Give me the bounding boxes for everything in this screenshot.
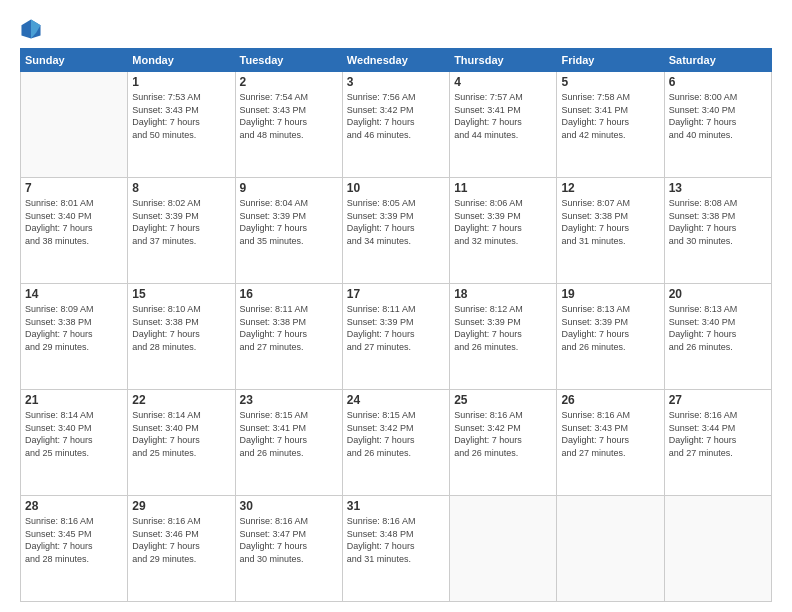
day-number: 30 (240, 499, 338, 513)
calendar-day-cell: 6Sunrise: 8:00 AM Sunset: 3:40 PM Daylig… (664, 72, 771, 178)
day-info: Sunrise: 7:56 AM Sunset: 3:42 PM Dayligh… (347, 91, 445, 141)
weekday-header: Wednesday (342, 49, 449, 72)
day-number: 6 (669, 75, 767, 89)
logo-icon (20, 18, 42, 40)
day-number: 11 (454, 181, 552, 195)
day-number: 14 (25, 287, 123, 301)
day-number: 24 (347, 393, 445, 407)
calendar-day-cell: 2Sunrise: 7:54 AM Sunset: 3:43 PM Daylig… (235, 72, 342, 178)
day-number: 10 (347, 181, 445, 195)
day-info: Sunrise: 8:09 AM Sunset: 3:38 PM Dayligh… (25, 303, 123, 353)
calendar-day-cell: 20Sunrise: 8:13 AM Sunset: 3:40 PM Dayli… (664, 284, 771, 390)
day-number: 16 (240, 287, 338, 301)
day-number: 4 (454, 75, 552, 89)
calendar-day-cell: 19Sunrise: 8:13 AM Sunset: 3:39 PM Dayli… (557, 284, 664, 390)
day-number: 31 (347, 499, 445, 513)
calendar-day-cell: 17Sunrise: 8:11 AM Sunset: 3:39 PM Dayli… (342, 284, 449, 390)
day-info: Sunrise: 8:13 AM Sunset: 3:39 PM Dayligh… (561, 303, 659, 353)
day-info: Sunrise: 8:00 AM Sunset: 3:40 PM Dayligh… (669, 91, 767, 141)
day-info: Sunrise: 7:53 AM Sunset: 3:43 PM Dayligh… (132, 91, 230, 141)
calendar-day-cell: 7Sunrise: 8:01 AM Sunset: 3:40 PM Daylig… (21, 178, 128, 284)
calendar-day-cell: 14Sunrise: 8:09 AM Sunset: 3:38 PM Dayli… (21, 284, 128, 390)
day-number: 1 (132, 75, 230, 89)
weekday-header: Monday (128, 49, 235, 72)
day-number: 25 (454, 393, 552, 407)
day-info: Sunrise: 8:14 AM Sunset: 3:40 PM Dayligh… (25, 409, 123, 459)
calendar-day-cell: 9Sunrise: 8:04 AM Sunset: 3:39 PM Daylig… (235, 178, 342, 284)
day-info: Sunrise: 8:11 AM Sunset: 3:38 PM Dayligh… (240, 303, 338, 353)
day-info: Sunrise: 8:16 AM Sunset: 3:48 PM Dayligh… (347, 515, 445, 565)
calendar-week-row: 28Sunrise: 8:16 AM Sunset: 3:45 PM Dayli… (21, 496, 772, 602)
weekday-header: Tuesday (235, 49, 342, 72)
day-info: Sunrise: 7:54 AM Sunset: 3:43 PM Dayligh… (240, 91, 338, 141)
day-info: Sunrise: 8:14 AM Sunset: 3:40 PM Dayligh… (132, 409, 230, 459)
weekday-header: Friday (557, 49, 664, 72)
day-number: 23 (240, 393, 338, 407)
day-info: Sunrise: 8:02 AM Sunset: 3:39 PM Dayligh… (132, 197, 230, 247)
calendar-header: SundayMondayTuesdayWednesdayThursdayFrid… (21, 49, 772, 72)
day-info: Sunrise: 8:15 AM Sunset: 3:41 PM Dayligh… (240, 409, 338, 459)
day-info: Sunrise: 8:16 AM Sunset: 3:42 PM Dayligh… (454, 409, 552, 459)
calendar-day-cell (557, 496, 664, 602)
calendar-day-cell: 10Sunrise: 8:05 AM Sunset: 3:39 PM Dayli… (342, 178, 449, 284)
day-info: Sunrise: 8:01 AM Sunset: 3:40 PM Dayligh… (25, 197, 123, 247)
calendar-week-row: 7Sunrise: 8:01 AM Sunset: 3:40 PM Daylig… (21, 178, 772, 284)
day-info: Sunrise: 8:15 AM Sunset: 3:42 PM Dayligh… (347, 409, 445, 459)
calendar-day-cell: 24Sunrise: 8:15 AM Sunset: 3:42 PM Dayli… (342, 390, 449, 496)
day-info: Sunrise: 8:06 AM Sunset: 3:39 PM Dayligh… (454, 197, 552, 247)
day-number: 8 (132, 181, 230, 195)
day-info: Sunrise: 7:57 AM Sunset: 3:41 PM Dayligh… (454, 91, 552, 141)
calendar-day-cell: 27Sunrise: 8:16 AM Sunset: 3:44 PM Dayli… (664, 390, 771, 496)
day-info: Sunrise: 8:04 AM Sunset: 3:39 PM Dayligh… (240, 197, 338, 247)
day-number: 2 (240, 75, 338, 89)
day-number: 22 (132, 393, 230, 407)
day-number: 29 (132, 499, 230, 513)
day-number: 7 (25, 181, 123, 195)
day-number: 18 (454, 287, 552, 301)
day-info: Sunrise: 7:58 AM Sunset: 3:41 PM Dayligh… (561, 91, 659, 141)
day-info: Sunrise: 8:12 AM Sunset: 3:39 PM Dayligh… (454, 303, 552, 353)
day-info: Sunrise: 8:10 AM Sunset: 3:38 PM Dayligh… (132, 303, 230, 353)
logo (20, 18, 46, 40)
day-number: 27 (669, 393, 767, 407)
day-info: Sunrise: 8:16 AM Sunset: 3:45 PM Dayligh… (25, 515, 123, 565)
calendar-day-cell: 25Sunrise: 8:16 AM Sunset: 3:42 PM Dayli… (450, 390, 557, 496)
day-number: 21 (25, 393, 123, 407)
weekday-header: Sunday (21, 49, 128, 72)
calendar-body: 1Sunrise: 7:53 AM Sunset: 3:43 PM Daylig… (21, 72, 772, 602)
day-info: Sunrise: 8:16 AM Sunset: 3:46 PM Dayligh… (132, 515, 230, 565)
day-info: Sunrise: 8:16 AM Sunset: 3:47 PM Dayligh… (240, 515, 338, 565)
calendar-day-cell: 13Sunrise: 8:08 AM Sunset: 3:38 PM Dayli… (664, 178, 771, 284)
day-number: 3 (347, 75, 445, 89)
calendar-day-cell: 26Sunrise: 8:16 AM Sunset: 3:43 PM Dayli… (557, 390, 664, 496)
weekday-header: Thursday (450, 49, 557, 72)
calendar-day-cell: 22Sunrise: 8:14 AM Sunset: 3:40 PM Dayli… (128, 390, 235, 496)
day-info: Sunrise: 8:13 AM Sunset: 3:40 PM Dayligh… (669, 303, 767, 353)
calendar-day-cell: 4Sunrise: 7:57 AM Sunset: 3:41 PM Daylig… (450, 72, 557, 178)
day-number: 9 (240, 181, 338, 195)
page: SundayMondayTuesdayWednesdayThursdayFrid… (0, 0, 792, 612)
day-info: Sunrise: 8:07 AM Sunset: 3:38 PM Dayligh… (561, 197, 659, 247)
calendar-day-cell: 18Sunrise: 8:12 AM Sunset: 3:39 PM Dayli… (450, 284, 557, 390)
calendar-day-cell: 5Sunrise: 7:58 AM Sunset: 3:41 PM Daylig… (557, 72, 664, 178)
day-number: 12 (561, 181, 659, 195)
calendar-week-row: 21Sunrise: 8:14 AM Sunset: 3:40 PM Dayli… (21, 390, 772, 496)
day-number: 20 (669, 287, 767, 301)
calendar-day-cell: 3Sunrise: 7:56 AM Sunset: 3:42 PM Daylig… (342, 72, 449, 178)
calendar-week-row: 14Sunrise: 8:09 AM Sunset: 3:38 PM Dayli… (21, 284, 772, 390)
day-info: Sunrise: 8:16 AM Sunset: 3:43 PM Dayligh… (561, 409, 659, 459)
calendar-day-cell: 16Sunrise: 8:11 AM Sunset: 3:38 PM Dayli… (235, 284, 342, 390)
calendar-day-cell (450, 496, 557, 602)
calendar-day-cell: 12Sunrise: 8:07 AM Sunset: 3:38 PM Dayli… (557, 178, 664, 284)
day-number: 26 (561, 393, 659, 407)
calendar-table: SundayMondayTuesdayWednesdayThursdayFrid… (20, 48, 772, 602)
calendar-day-cell: 21Sunrise: 8:14 AM Sunset: 3:40 PM Dayli… (21, 390, 128, 496)
calendar-day-cell: 23Sunrise: 8:15 AM Sunset: 3:41 PM Dayli… (235, 390, 342, 496)
day-info: Sunrise: 8:11 AM Sunset: 3:39 PM Dayligh… (347, 303, 445, 353)
day-number: 28 (25, 499, 123, 513)
day-number: 19 (561, 287, 659, 301)
calendar-day-cell: 8Sunrise: 8:02 AM Sunset: 3:39 PM Daylig… (128, 178, 235, 284)
calendar-day-cell: 30Sunrise: 8:16 AM Sunset: 3:47 PM Dayli… (235, 496, 342, 602)
calendar-day-cell (664, 496, 771, 602)
day-info: Sunrise: 8:08 AM Sunset: 3:38 PM Dayligh… (669, 197, 767, 247)
